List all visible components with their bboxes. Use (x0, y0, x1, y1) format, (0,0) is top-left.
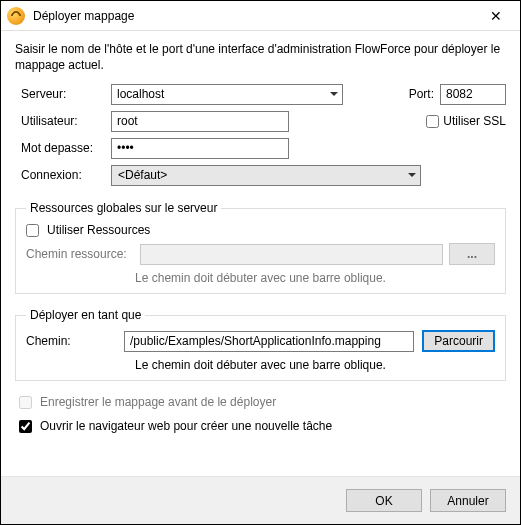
open-browser-label: Ouvrir le navigateur web pour créer une … (40, 419, 332, 433)
use-resources-wrap[interactable]: Utiliser Ressources (26, 223, 495, 237)
browse-button[interactable]: Parcourir (422, 330, 495, 352)
resource-path-row: Chemin ressource: ... (26, 243, 495, 265)
cancel-button[interactable]: Annuler (430, 489, 506, 512)
ok-button[interactable]: OK (346, 489, 422, 512)
use-resources-label: Utiliser Ressources (47, 223, 150, 237)
app-icon (7, 7, 25, 25)
save-before-label: Enregistrer le mappage avant de le déplo… (40, 395, 276, 409)
user-input[interactable] (111, 111, 289, 132)
deploy-path-row: Chemin: Parcourir (26, 330, 495, 352)
dialog-content: Saisir le nom de l'hôte et le port d'une… (1, 31, 520, 476)
fieldset-deploy: Déployer en tant que Chemin: Parcourir L… (15, 308, 506, 381)
row-server: Serveur: Port: (15, 83, 506, 105)
row-password: Mot depasse: (15, 137, 506, 159)
resource-path-input (140, 244, 443, 265)
save-before-wrap: Enregistrer le mappage avant de le déplo… (19, 395, 506, 409)
connection-value: <Défaut> (118, 168, 167, 182)
server-combo[interactable] (111, 84, 343, 105)
label-ssl: Utiliser SSL (443, 114, 506, 128)
fieldset-resources: Ressources globales sur le serveur Utili… (15, 201, 506, 294)
use-resources-checkbox[interactable] (26, 224, 39, 237)
ellipsis-icon: ... (467, 247, 477, 261)
resource-hint: Le chemin doit débuter avec une barre ob… (26, 271, 495, 285)
bottom-checks: Enregistrer le mappage avant de le déplo… (15, 395, 506, 443)
label-user: Utilisateur: (15, 114, 111, 128)
resource-browse-button: ... (449, 243, 495, 265)
titlebar: Déployer mappage ✕ (1, 1, 520, 31)
window-title: Déployer mappage (33, 9, 476, 23)
chevron-down-icon (408, 173, 416, 177)
label-password: Mot depasse: (15, 141, 111, 155)
server-input[interactable] (111, 84, 343, 105)
port-input[interactable] (440, 84, 506, 105)
deploy-path-input[interactable] (124, 331, 414, 352)
close-icon: ✕ (490, 8, 502, 24)
connection-combo[interactable]: <Défaut> (111, 165, 421, 186)
label-port: Port: (409, 87, 434, 101)
deploy-path-label: Chemin: (26, 334, 116, 348)
open-browser-wrap[interactable]: Ouvrir le navigateur web pour créer une … (19, 419, 506, 433)
label-connection: Connexion: (15, 168, 111, 182)
password-input[interactable] (111, 138, 289, 159)
legend-deploy: Déployer en tant que (26, 308, 145, 322)
row-user: Utilisateur: Utiliser SSL (15, 110, 506, 132)
ssl-checkbox-wrap[interactable]: Utiliser SSL (426, 114, 506, 128)
row-connection: Connexion: <Défaut> (15, 164, 506, 186)
save-before-checkbox (19, 396, 32, 409)
ssl-checkbox[interactable] (426, 115, 439, 128)
deploy-hint: Le chemin doit débuter avec une barre ob… (26, 358, 495, 372)
open-browser-checkbox[interactable] (19, 420, 32, 433)
close-button[interactable]: ✕ (476, 2, 516, 30)
resource-path-label: Chemin ressource: (26, 247, 134, 261)
label-server: Serveur: (15, 87, 111, 101)
dialog-footer: OK Annuler (1, 476, 520, 524)
intro-text: Saisir le nom de l'hôte et le port d'une… (15, 41, 506, 73)
legend-resources: Ressources globales sur le serveur (26, 201, 221, 215)
